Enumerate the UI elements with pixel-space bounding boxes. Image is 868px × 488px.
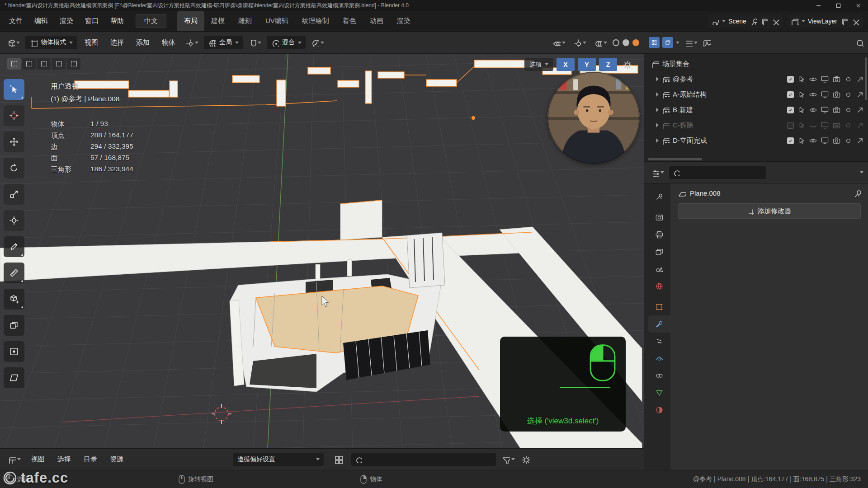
tab-sculpting[interactable]: 雕刻 [231, 11, 259, 31]
select-mode-new[interactable] [7, 58, 21, 70]
copy-icon[interactable] [840, 17, 848, 25]
tab-texture-paint[interactable]: 纹理绘制 [295, 11, 336, 31]
eye-closed-icon[interactable] [809, 121, 817, 130]
select-mode-invert[interactable] [52, 58, 66, 70]
axis-y-button[interactable]: Y [578, 58, 596, 71]
viewport-display-icon[interactable] [821, 106, 829, 114]
indirect-only-icon[interactable] [856, 90, 864, 99]
tool-cursor[interactable] [4, 105, 24, 126]
gizmos-dropdown[interactable] [571, 37, 589, 48]
tab-output-properties[interactable] [648, 226, 670, 243]
menu-render[interactable]: 渲染 [54, 14, 79, 28]
shading-solid-icon[interactable] [623, 39, 629, 46]
viewport-display-icon[interactable] [821, 90, 829, 99]
shelf-menu-assets[interactable]: 资源 [105, 453, 128, 466]
tab-layout[interactable]: 布局 [177, 11, 204, 31]
gear-icon[interactable] [521, 455, 530, 464]
maximize-button[interactable] [828, 0, 848, 11]
pin-icon[interactable] [749, 17, 757, 25]
expand-icon[interactable] [656, 108, 659, 112]
holdout-icon[interactable] [844, 106, 853, 114]
tool-shear[interactable] [4, 367, 24, 388]
selectable-icon[interactable] [797, 90, 806, 99]
holdout-icon[interactable] [844, 121, 853, 130]
collection-checkbox[interactable] [787, 91, 794, 98]
tab-object-properties[interactable] [648, 298, 670, 315]
tab-uv-editing[interactable]: UV编辑 [259, 11, 295, 31]
horizontal-scrollbar[interactable] [648, 158, 702, 160]
menu-add[interactable]: 添加 [132, 36, 154, 49]
language-dropdown[interactable]: 中文 [136, 14, 166, 28]
viewport-display-icon[interactable] [821, 75, 829, 84]
tab-modeling[interactable]: 建模 [204, 11, 231, 31]
tab-constraint-properties[interactable] [648, 367, 670, 384]
outliner-row-collection[interactable]: D-立面完成 [644, 133, 868, 148]
indirect-only-icon[interactable] [856, 75, 864, 84]
selectable-icon[interactable] [797, 136, 806, 145]
axis-z-button[interactable]: Z [599, 58, 617, 71]
remove-icon[interactable] [851, 17, 859, 25]
expand-icon[interactable] [656, 138, 659, 143]
tool-rotate[interactable] [4, 158, 24, 178]
outliner-filter-collections-button[interactable] [649, 37, 660, 48]
shading-material-icon[interactable] [632, 39, 639, 46]
tab-animation[interactable]: 动画 [363, 11, 390, 31]
outliner-row-collection[interactable]: @参考 [644, 71, 868, 87]
3d-viewport[interactable]: 选项 X Y Z 用户透视 (1) @参考 | Plane.0 [0, 54, 644, 448]
orientation-dropdown[interactable]: 全局 [204, 36, 243, 49]
select-mode-extend[interactable] [22, 58, 36, 70]
tab-rendering[interactable]: 渲染 [390, 11, 417, 31]
outliner-row-collection[interactable]: B-新建 [644, 102, 868, 117]
eye-icon[interactable] [809, 75, 817, 84]
camera-render-icon[interactable] [832, 75, 841, 84]
tab-physics-properties[interactable] [648, 350, 670, 367]
collection-checkbox-unchecked[interactable] [787, 122, 794, 129]
minimize-button[interactable] [808, 0, 828, 11]
properties-search-field[interactable] [669, 166, 766, 179]
asset-search-input[interactable] [364, 456, 492, 463]
display-grid-icon[interactable] [334, 455, 343, 464]
viewport-display-icon[interactable] [821, 136, 829, 145]
holdout-icon[interactable] [844, 90, 853, 99]
shelf-menu-catalog[interactable]: 目录 [79, 453, 102, 466]
selectable-icon[interactable] [797, 75, 806, 84]
indirect-only-icon[interactable] [856, 106, 864, 114]
shelf-menu-view[interactable]: 视图 [27, 453, 49, 466]
outliner-list-dropdown[interactable] [682, 37, 700, 48]
camera-render-icon[interactable] [832, 90, 841, 99]
search-icon[interactable] [855, 38, 863, 47]
tool-inset[interactable] [4, 341, 24, 362]
indirect-only-icon[interactable] [856, 136, 864, 145]
tab-particle-properties[interactable] [648, 333, 670, 350]
camera-render-icon[interactable] [832, 106, 841, 114]
axis-x-button[interactable]: X [557, 58, 575, 71]
pin-icon[interactable] [853, 189, 861, 197]
menu-edit[interactable]: 编辑 [29, 14, 53, 28]
eye-icon[interactable] [809, 136, 817, 145]
tab-tool-properties[interactable] [648, 188, 670, 205]
menu-object[interactable]: 物体 [157, 36, 180, 49]
unlink-icon[interactable] [771, 17, 779, 25]
select-mode-intersect[interactable] [67, 58, 80, 70]
snap-dropdown[interactable] [246, 37, 264, 48]
tool-transform[interactable] [4, 210, 24, 231]
menu-view[interactable]: 视图 [80, 36, 103, 49]
tab-scene-properties[interactable] [648, 260, 670, 277]
collection-checkbox[interactable] [787, 137, 794, 144]
tab-modifier-properties[interactable] [648, 315, 670, 333]
scene-selector[interactable]: Scene [708, 14, 783, 28]
tool-duplicate[interactable] [4, 315, 24, 336]
menu-select[interactable]: 选择 [106, 36, 128, 49]
expand-icon[interactable] [656, 77, 659, 81]
filter-dropdown[interactable] [500, 454, 517, 465]
tool-scale[interactable] [4, 184, 24, 205]
proportional-editing-dropdown[interactable]: 混合 [267, 36, 306, 49]
indirect-only-icon[interactable] [856, 121, 864, 130]
tool-move[interactable] [4, 131, 24, 152]
properties-search-input[interactable] [682, 169, 763, 176]
selectable-icon[interactable] [797, 121, 806, 130]
shelf-menu-select[interactable]: 选择 [53, 453, 75, 466]
chevron-down-icon[interactable] [860, 171, 863, 174]
viewlayer-selector[interactable]: ViewLayer [787, 14, 863, 28]
selectable-icon[interactable] [797, 106, 806, 114]
